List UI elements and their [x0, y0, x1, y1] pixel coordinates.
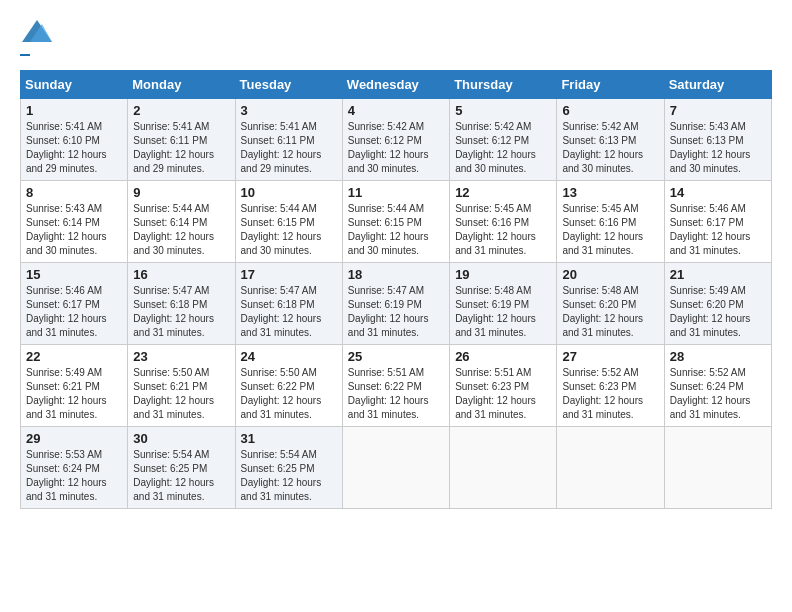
calendar-cell — [557, 427, 664, 509]
day-info: Sunrise: 5:54 AMSunset: 6:25 PMDaylight:… — [241, 448, 337, 504]
calendar-cell: 4Sunrise: 5:42 AMSunset: 6:12 PMDaylight… — [342, 99, 449, 181]
calendar-cell: 26Sunrise: 5:51 AMSunset: 6:23 PMDayligh… — [450, 345, 557, 427]
weekday-header-friday: Friday — [557, 71, 664, 99]
weekday-header-row: SundayMondayTuesdayWednesdayThursdayFrid… — [21, 71, 772, 99]
calendar-table: SundayMondayTuesdayWednesdayThursdayFrid… — [20, 70, 772, 509]
calendar-cell: 11Sunrise: 5:44 AMSunset: 6:15 PMDayligh… — [342, 181, 449, 263]
day-number: 9 — [133, 185, 229, 200]
calendar-cell: 25Sunrise: 5:51 AMSunset: 6:22 PMDayligh… — [342, 345, 449, 427]
logo-blue-text — [20, 54, 30, 56]
day-info: Sunrise: 5:51 AMSunset: 6:23 PMDaylight:… — [455, 366, 551, 422]
day-number: 16 — [133, 267, 229, 282]
calendar-week-row: 22Sunrise: 5:49 AMSunset: 6:21 PMDayligh… — [21, 345, 772, 427]
calendar-cell: 10Sunrise: 5:44 AMSunset: 6:15 PMDayligh… — [235, 181, 342, 263]
calendar-cell: 17Sunrise: 5:47 AMSunset: 6:18 PMDayligh… — [235, 263, 342, 345]
day-number: 31 — [241, 431, 337, 446]
day-number: 1 — [26, 103, 122, 118]
day-number: 8 — [26, 185, 122, 200]
calendar-week-row: 8Sunrise: 5:43 AMSunset: 6:14 PMDaylight… — [21, 181, 772, 263]
calendar-cell: 5Sunrise: 5:42 AMSunset: 6:12 PMDaylight… — [450, 99, 557, 181]
day-number: 22 — [26, 349, 122, 364]
calendar-cell: 3Sunrise: 5:41 AMSunset: 6:11 PMDaylight… — [235, 99, 342, 181]
logo — [20, 20, 52, 60]
weekday-header-wednesday: Wednesday — [342, 71, 449, 99]
calendar-week-row: 29Sunrise: 5:53 AMSunset: 6:24 PMDayligh… — [21, 427, 772, 509]
calendar-cell: 14Sunrise: 5:46 AMSunset: 6:17 PMDayligh… — [664, 181, 771, 263]
day-info: Sunrise: 5:44 AMSunset: 6:15 PMDaylight:… — [348, 202, 444, 258]
calendar-cell: 8Sunrise: 5:43 AMSunset: 6:14 PMDaylight… — [21, 181, 128, 263]
day-number: 12 — [455, 185, 551, 200]
logo-icon — [22, 20, 52, 42]
day-number: 4 — [348, 103, 444, 118]
calendar-cell: 29Sunrise: 5:53 AMSunset: 6:24 PMDayligh… — [21, 427, 128, 509]
calendar-cell: 24Sunrise: 5:50 AMSunset: 6:22 PMDayligh… — [235, 345, 342, 427]
day-number: 5 — [455, 103, 551, 118]
day-number: 26 — [455, 349, 551, 364]
day-info: Sunrise: 5:50 AMSunset: 6:22 PMDaylight:… — [241, 366, 337, 422]
day-info: Sunrise: 5:42 AMSunset: 6:12 PMDaylight:… — [348, 120, 444, 176]
day-number: 10 — [241, 185, 337, 200]
day-number: 11 — [348, 185, 444, 200]
day-info: Sunrise: 5:48 AMSunset: 6:19 PMDaylight:… — [455, 284, 551, 340]
day-info: Sunrise: 5:42 AMSunset: 6:13 PMDaylight:… — [562, 120, 658, 176]
day-number: 3 — [241, 103, 337, 118]
day-number: 28 — [670, 349, 766, 364]
day-number: 29 — [26, 431, 122, 446]
calendar-cell: 13Sunrise: 5:45 AMSunset: 6:16 PMDayligh… — [557, 181, 664, 263]
calendar-cell: 22Sunrise: 5:49 AMSunset: 6:21 PMDayligh… — [21, 345, 128, 427]
day-number: 25 — [348, 349, 444, 364]
day-info: Sunrise: 5:44 AMSunset: 6:15 PMDaylight:… — [241, 202, 337, 258]
day-info: Sunrise: 5:46 AMSunset: 6:17 PMDaylight:… — [26, 284, 122, 340]
day-info: Sunrise: 5:49 AMSunset: 6:20 PMDaylight:… — [670, 284, 766, 340]
day-info: Sunrise: 5:45 AMSunset: 6:16 PMDaylight:… — [562, 202, 658, 258]
calendar-cell: 28Sunrise: 5:52 AMSunset: 6:24 PMDayligh… — [664, 345, 771, 427]
calendar-cell: 19Sunrise: 5:48 AMSunset: 6:19 PMDayligh… — [450, 263, 557, 345]
calendar-week-row: 15Sunrise: 5:46 AMSunset: 6:17 PMDayligh… — [21, 263, 772, 345]
calendar-cell: 23Sunrise: 5:50 AMSunset: 6:21 PMDayligh… — [128, 345, 235, 427]
day-info: Sunrise: 5:52 AMSunset: 6:23 PMDaylight:… — [562, 366, 658, 422]
day-number: 17 — [241, 267, 337, 282]
day-number: 14 — [670, 185, 766, 200]
day-number: 19 — [455, 267, 551, 282]
calendar-week-row: 1Sunrise: 5:41 AMSunset: 6:10 PMDaylight… — [21, 99, 772, 181]
day-number: 23 — [133, 349, 229, 364]
day-info: Sunrise: 5:47 AMSunset: 6:19 PMDaylight:… — [348, 284, 444, 340]
day-number: 21 — [670, 267, 766, 282]
calendar-cell: 20Sunrise: 5:48 AMSunset: 6:20 PMDayligh… — [557, 263, 664, 345]
calendar-cell: 6Sunrise: 5:42 AMSunset: 6:13 PMDaylight… — [557, 99, 664, 181]
day-number: 6 — [562, 103, 658, 118]
calendar-cell: 12Sunrise: 5:45 AMSunset: 6:16 PMDayligh… — [450, 181, 557, 263]
weekday-header-tuesday: Tuesday — [235, 71, 342, 99]
calendar-cell: 7Sunrise: 5:43 AMSunset: 6:13 PMDaylight… — [664, 99, 771, 181]
day-info: Sunrise: 5:53 AMSunset: 6:24 PMDaylight:… — [26, 448, 122, 504]
calendar-cell: 21Sunrise: 5:49 AMSunset: 6:20 PMDayligh… — [664, 263, 771, 345]
day-info: Sunrise: 5:43 AMSunset: 6:13 PMDaylight:… — [670, 120, 766, 176]
day-info: Sunrise: 5:43 AMSunset: 6:14 PMDaylight:… — [26, 202, 122, 258]
day-info: Sunrise: 5:47 AMSunset: 6:18 PMDaylight:… — [133, 284, 229, 340]
day-info: Sunrise: 5:54 AMSunset: 6:25 PMDaylight:… — [133, 448, 229, 504]
calendar-cell: 27Sunrise: 5:52 AMSunset: 6:23 PMDayligh… — [557, 345, 664, 427]
calendar-cell: 2Sunrise: 5:41 AMSunset: 6:11 PMDaylight… — [128, 99, 235, 181]
calendar-cell: 15Sunrise: 5:46 AMSunset: 6:17 PMDayligh… — [21, 263, 128, 345]
calendar-cell: 1Sunrise: 5:41 AMSunset: 6:10 PMDaylight… — [21, 99, 128, 181]
day-info: Sunrise: 5:42 AMSunset: 6:12 PMDaylight:… — [455, 120, 551, 176]
calendar-cell — [342, 427, 449, 509]
day-info: Sunrise: 5:41 AMSunset: 6:11 PMDaylight:… — [241, 120, 337, 176]
day-number: 7 — [670, 103, 766, 118]
day-info: Sunrise: 5:48 AMSunset: 6:20 PMDaylight:… — [562, 284, 658, 340]
day-info: Sunrise: 5:51 AMSunset: 6:22 PMDaylight:… — [348, 366, 444, 422]
day-number: 13 — [562, 185, 658, 200]
day-info: Sunrise: 5:49 AMSunset: 6:21 PMDaylight:… — [26, 366, 122, 422]
day-info: Sunrise: 5:41 AMSunset: 6:11 PMDaylight:… — [133, 120, 229, 176]
day-info: Sunrise: 5:47 AMSunset: 6:18 PMDaylight:… — [241, 284, 337, 340]
day-number: 30 — [133, 431, 229, 446]
calendar-cell: 30Sunrise: 5:54 AMSunset: 6:25 PMDayligh… — [128, 427, 235, 509]
day-info: Sunrise: 5:44 AMSunset: 6:14 PMDaylight:… — [133, 202, 229, 258]
weekday-header-monday: Monday — [128, 71, 235, 99]
calendar-cell: 31Sunrise: 5:54 AMSunset: 6:25 PMDayligh… — [235, 427, 342, 509]
day-number: 20 — [562, 267, 658, 282]
weekday-header-saturday: Saturday — [664, 71, 771, 99]
day-number: 18 — [348, 267, 444, 282]
day-number: 2 — [133, 103, 229, 118]
calendar-cell: 16Sunrise: 5:47 AMSunset: 6:18 PMDayligh… — [128, 263, 235, 345]
